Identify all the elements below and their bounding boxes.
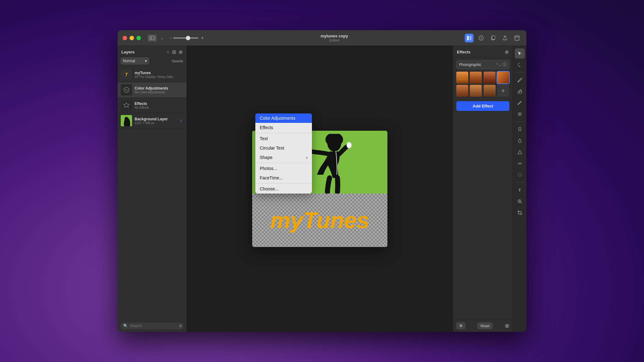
- effects-category-selector[interactable]: Photographic ⌃⌄ ⓘ: [456, 60, 509, 69]
- sharpen-tool[interactable]: [515, 147, 525, 157]
- search-options-icon[interactable]: ⊕: [179, 324, 182, 328]
- clone-tool[interactable]: [515, 109, 525, 119]
- effects-info-icon[interactable]: ⓘ: [502, 62, 507, 68]
- effect-thumb-add[interactable]: +: [497, 85, 509, 97]
- layers-header-icons: ○ ⊞ ⊕: [166, 49, 183, 55]
- svg-rect-0: [150, 36, 154, 40]
- add-effect-button[interactable]: Add Effect: [456, 101, 509, 111]
- layers-grid-icon[interactable]: ⊞: [172, 49, 176, 55]
- search-icon: 🔍: [123, 324, 128, 328]
- share-button[interactable]: [501, 34, 509, 42]
- effect-thumb-3[interactable]: [484, 72, 496, 84]
- layer-item-color-adj[interactable]: Color Adjustments No Color Adjustments: [118, 82, 186, 98]
- minimize-button[interactable]: [130, 36, 134, 40]
- window-subtitle: Edited: [330, 38, 339, 42]
- layer-item-mytunes[interactable]: T myTunes SF Pro Display, Heavy Italic: [118, 67, 186, 82]
- compare-button[interactable]: ⊞: [456, 322, 465, 329]
- menu-text-label: Text: [260, 136, 268, 141]
- app-window: ⌄ − + mytunes copy Edited i: [118, 30, 526, 332]
- canvas-bottom: myTunes: [252, 194, 387, 247]
- layer-item-background[interactable]: Background Layer 1137 × 846 px ✓: [118, 113, 186, 129]
- effects-add-icon[interactable]: ⊕: [505, 49, 509, 55]
- titlebar: ⌄ − + mytunes copy Edited i: [118, 30, 526, 46]
- layer-sub-background: 1137 × 846 px: [135, 121, 177, 125]
- svg-point-25: [519, 127, 521, 130]
- eraser-tool[interactable]: [515, 86, 525, 96]
- menu-item-choose[interactable]: Choose...: [255, 184, 312, 194]
- window-title: mytunes copy: [320, 34, 348, 38]
- tools-panel: T: [513, 46, 526, 332]
- effects-title: Effects: [457, 50, 470, 54]
- sidebar-toggle-button[interactable]: [148, 35, 157, 41]
- zoom-tool[interactable]: [515, 196, 525, 206]
- layer-info-color-adj: Color Adjustments No Color Adjustments: [135, 86, 183, 94]
- layers-circle-icon[interactable]: ○: [166, 49, 169, 55]
- effect-thumb-2[interactable]: [470, 72, 482, 84]
- layer-name-background: Background Layer: [135, 117, 177, 121]
- dodge-tool[interactable]: [515, 124, 525, 134]
- zoom-plus-icon: +: [201, 35, 204, 41]
- menu-item-photos[interactable]: Photos...: [255, 164, 312, 173]
- effects-thumbs-row1: [453, 72, 513, 84]
- menu-item-circular-text[interactable]: Circular Text: [255, 143, 312, 153]
- crop-tool[interactable]: [515, 208, 525, 218]
- blend-mode-select[interactable]: Normal ▾: [121, 58, 149, 64]
- lasso-tool[interactable]: [515, 60, 525, 70]
- effect-thumb-7[interactable]: [484, 85, 496, 97]
- menu-photos-label: Photos...: [260, 166, 277, 171]
- menu-choose-label: Choose...: [260, 186, 279, 191]
- text-tool[interactable]: T: [515, 185, 525, 195]
- effect-thumb-6[interactable]: [470, 85, 482, 97]
- cursor-tool[interactable]: [515, 48, 525, 58]
- effects-panel: Effects ⊕ Photographic ⌃⌄ ⓘ: [453, 46, 513, 332]
- layer-name-effects: Effects: [135, 101, 183, 106]
- layer-panel-toggle[interactable]: [465, 34, 474, 42]
- traffic-lights: [123, 36, 141, 40]
- layer-thumb-effects: [121, 100, 132, 111]
- canvas-area: Color Adjustments Effects Text Circular …: [187, 46, 453, 332]
- effect-thumb-1[interactable]: [456, 72, 468, 84]
- sidebar-chevron-icon[interactable]: ⌄: [160, 36, 164, 40]
- pencil-tool[interactable]: [515, 98, 525, 108]
- maximize-button[interactable]: [136, 36, 141, 40]
- blur-tool[interactable]: [515, 170, 525, 180]
- smudge-tool[interactable]: [515, 158, 525, 168]
- menu-item-color-adjustments[interactable]: Color Adjustments: [255, 113, 312, 123]
- layers-search: 🔍 ⊕: [121, 322, 183, 329]
- effects-footer: ⊞ Reset ⊕: [453, 319, 513, 332]
- effects-thumbs-row2: +: [453, 84, 513, 98]
- layer-thumb-color-adj: [121, 84, 132, 96]
- brush-tool[interactable]: [515, 75, 525, 85]
- svg-marker-11: [124, 103, 129, 107]
- search-input[interactable]: [130, 324, 177, 328]
- menu-separator-2: [255, 163, 312, 163]
- duplicate-button[interactable]: [489, 34, 497, 42]
- menu-item-shape[interactable]: Shape ›: [255, 153, 312, 162]
- menu-color-adj-label: Color Adjustments: [260, 116, 296, 121]
- svg-rect-20: [518, 91, 522, 93]
- main-content: Layers ○ ⊞ ⊕ Normal ▾ Opacity T: [118, 46, 526, 332]
- layer-item-effects[interactable]: Effects No Effects: [118, 98, 186, 113]
- effects-footer-add-icon[interactable]: ⊕: [505, 322, 509, 329]
- info-button[interactable]: i: [477, 34, 486, 42]
- add-layer-dropdown: Color Adjustments Effects Text Circular …: [255, 113, 312, 194]
- burn-tool[interactable]: [515, 136, 525, 146]
- menu-item-facetime[interactable]: FaceTime...: [255, 173, 312, 183]
- close-button[interactable]: [123, 36, 127, 40]
- layer-thumb-background: [121, 115, 132, 126]
- effect-thumb-5[interactable]: [456, 85, 468, 97]
- svg-text:T: T: [519, 188, 521, 193]
- svg-point-24: [519, 113, 520, 115]
- menu-item-effects[interactable]: Effects: [255, 123, 312, 132]
- layer-thumb-mytunes: T: [121, 69, 132, 80]
- reset-button[interactable]: Reset: [477, 322, 493, 329]
- svg-point-27: [518, 173, 521, 176]
- tools-separator-2: [515, 122, 524, 122]
- zoom-slider[interactable]: − +: [170, 35, 204, 41]
- layer-name-color-adj: Color Adjustments: [135, 86, 183, 90]
- menu-shape-arrow: ›: [306, 155, 308, 160]
- menu-item-text[interactable]: Text: [255, 134, 312, 143]
- panels-button[interactable]: [513, 34, 521, 42]
- layers-add-icon[interactable]: ⊕: [179, 49, 183, 55]
- effect-thumb-4[interactable]: [497, 72, 509, 84]
